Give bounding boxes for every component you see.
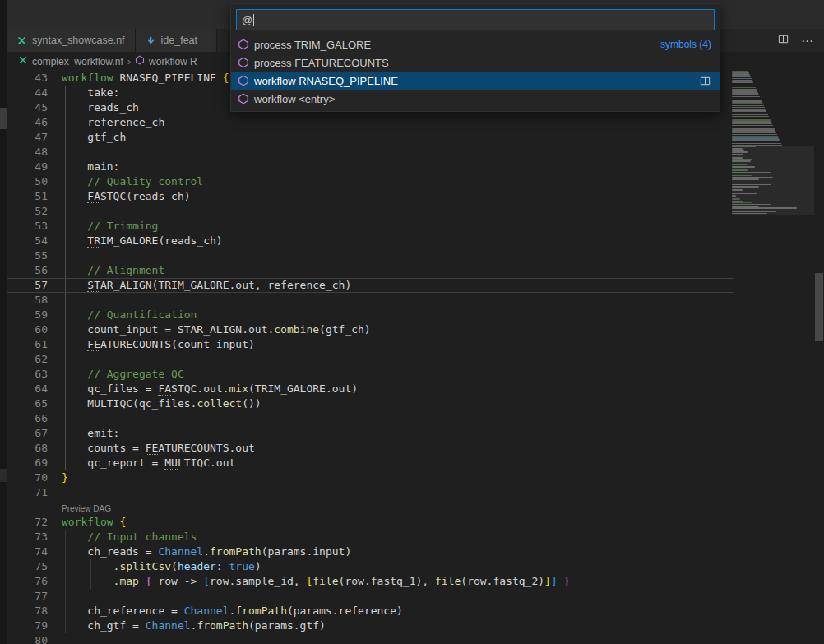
line-number[interactable]: 49 [7,160,48,174]
line-number[interactable]: 54 [7,234,48,248]
line-number[interactable]: 50 [7,174,48,189]
line-number[interactable]: 48 [7,145,48,160]
tab-syntax-showcase[interactable]: syntax_showcase.nf [7,29,136,52]
line-number[interactable]: 70 [7,470,48,485]
scrollbar-thumb[interactable] [815,273,823,341]
code-text[interactable]: .splitCsv(header: true) [48,559,734,574]
code-text[interactable]: gtf_ch [48,130,734,145]
line-number[interactable]: 43 [7,71,48,86]
quickpick-list: process TRIM_GALOREsymbols (4)process FE… [231,35,720,111]
chevron-right-icon: › [127,55,131,67]
split-editor-icon[interactable] [699,75,711,87]
line-number[interactable]: 61 [7,337,48,352]
code-text[interactable] [48,204,734,219]
line-number[interactable]: 46 [7,115,48,130]
quickpick-item[interactable]: process FEATURECOUNTS [231,53,720,72]
line-number[interactable]: 63 [7,367,48,382]
code-text[interactable]: // Quality control [48,174,734,189]
line-number[interactable]: 58 [7,293,48,308]
code-text[interactable]: ch_reference = Channel.fromPath(params.r… [48,604,734,619]
code-text[interactable]: // Trimming [48,219,734,234]
code-text[interactable]: // Aggregate QC [48,367,734,382]
vscode-window: syntax_showcase.nf ide_feat ⋯ complex_wo… [0,0,824,644]
line-number[interactable]: 77 [7,589,48,604]
line-number[interactable]: 55 [7,248,48,263]
breadcrumb-file[interactable]: complex_workflow.nf [32,56,123,67]
line-number[interactable]: 62 [7,352,48,367]
line-number[interactable]: 76 [7,574,48,589]
code-text[interactable]: main: [48,160,734,174]
code-text[interactable] [48,352,734,367]
code-text[interactable]: counts = FEATURECOUNTS.out [48,441,734,456]
code-text[interactable]: // Quantification [48,308,734,322]
minimap-slider[interactable] [732,146,814,215]
code-text[interactable]: MULTIQC(qc_files.collect()) [48,396,734,411]
quickpick-item[interactable]: workflow <entry> [231,90,720,108]
line-number[interactable]: 44 [7,86,48,100]
minimap[interactable] [732,71,814,644]
line-number[interactable]: 72 [7,515,48,530]
code-text[interactable]: STAR_ALIGN(TRIM_GALORE.out, reference_ch… [48,278,734,293]
code-text[interactable] [48,145,734,160]
code-text[interactable]: FEATURECOUNTS(count_input) [48,337,734,352]
code-text[interactable] [48,293,734,308]
line-number[interactable]: 45 [7,100,48,115]
line-number[interactable]: 66 [7,411,48,426]
code-line: 65 MULTIQC(qc_files.collect()) [7,396,734,411]
code-text[interactable] [48,485,734,500]
editor-scrollbar[interactable] [814,71,824,644]
code-text[interactable] [48,589,734,604]
code-line: 78 ch_reference = Channel.fromPath(param… [7,604,734,619]
code-text[interactable] [48,411,734,426]
quickpick-item[interactable]: workflow RNASEQ_PIPELINE [231,72,720,90]
line-number[interactable]: 74 [7,544,48,559]
code-text[interactable]: qc_files = FASTQC.out.mix(TRIM_GALORE.ou… [48,382,734,396]
code-text[interactable]: reference_ch [48,115,734,130]
code-line: 63 // Aggregate QC [7,367,734,382]
code-text[interactable]: FASTQC(reads_ch) [48,189,734,204]
code-text[interactable]: ch_reads = Channel.fromPath(params.input… [48,544,734,559]
line-number[interactable]: 60 [7,322,48,337]
line-number[interactable]: 71 [7,485,48,500]
code-text[interactable] [48,633,734,644]
code-text[interactable]: count_input = STAR_ALIGN.out.combine(gtf… [48,322,734,337]
code-text[interactable]: workflow { [48,515,734,530]
code-text[interactable]: } [48,470,734,485]
minimap-line [732,81,753,83]
line-number[interactable]: 73 [7,530,48,544]
code-text[interactable]: TRIM_GALORE(reads_ch) [48,234,734,248]
code-text[interactable]: // Input channels [48,530,734,544]
line-number[interactable]: 80 [7,633,48,644]
line-number[interactable]: 65 [7,396,48,411]
code-text[interactable]: // Alignment [48,263,734,278]
line-number[interactable]: 69 [7,456,48,470]
codelens-link[interactable]: Preview DAG [48,500,734,515]
line-number[interactable]: 79 [7,619,48,633]
code-text[interactable]: ch_gtf = Channel.fromPath(params.gtf) [48,619,734,633]
line-number[interactable]: 53 [7,219,48,234]
line-number[interactable]: 67 [7,426,48,441]
quickpick-item[interactable]: process TRIM_GALOREsymbols (4) [231,35,720,53]
line-number[interactable]: 51 [7,189,48,204]
code-text[interactable] [48,248,734,263]
split-editor-icon[interactable] [777,33,789,49]
line-number[interactable] [7,500,48,515]
symbol-quickpick: @ process TRIM_GALOREsymbols (4)process … [230,3,720,112]
code-text[interactable]: .map { row -> [row.sample_id, [file(row.… [48,574,734,589]
code-line: 55 [7,248,734,263]
line-number[interactable]: 75 [7,559,48,574]
quickpick-input[interactable]: @ [236,9,715,30]
line-number[interactable]: 56 [7,263,48,278]
line-number[interactable]: 47 [7,130,48,145]
line-number[interactable]: 52 [7,204,48,219]
line-number[interactable]: 64 [7,382,48,396]
tab-ide-features[interactable]: ide_feat [136,29,217,52]
line-number[interactable]: 57 [7,278,48,293]
line-number[interactable]: 78 [7,604,48,619]
code-text[interactable]: emit: [48,426,734,441]
line-number[interactable]: 59 [7,308,48,322]
more-actions-icon[interactable]: ⋯ [801,35,814,47]
breadcrumb-symbol[interactable]: workflow R [149,56,197,67]
line-number[interactable]: 68 [7,441,48,456]
code-text[interactable]: qc_report = MULTIQC.out [48,456,734,470]
